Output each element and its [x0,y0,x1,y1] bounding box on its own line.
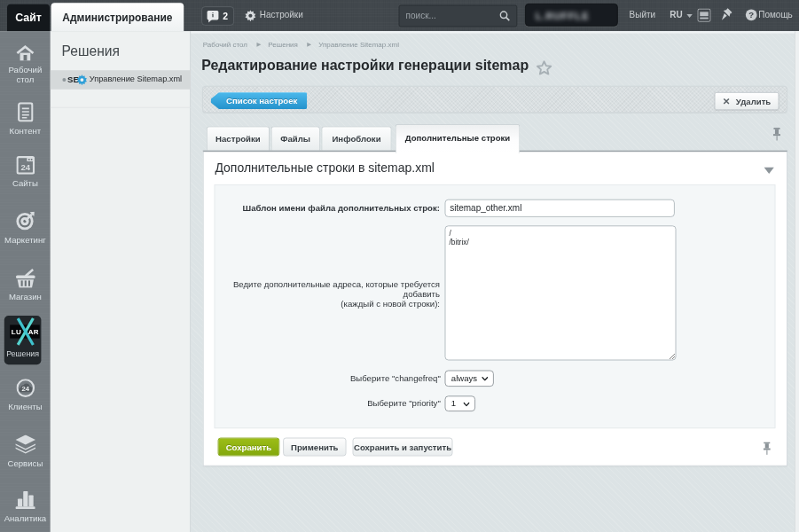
svg-text:24: 24 [21,385,29,393]
svg-text:24: 24 [20,162,30,172]
